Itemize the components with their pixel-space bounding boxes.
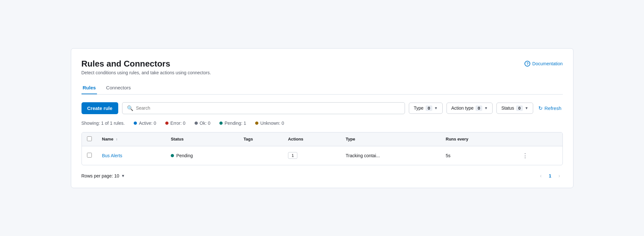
refresh-button[interactable]: ↻ Refresh — [537, 103, 563, 114]
page-header: Rules and Connectors ? Documentation — [82, 59, 563, 69]
action-type-filter-button[interactable]: Action type 0 ▼ — [447, 103, 493, 114]
summary-row: Showing: 1 of 1 rules. Active: 0 Error: … — [82, 121, 563, 126]
name-sort-icon[interactable]: ↑ — [116, 137, 118, 141]
col-status: Status — [166, 132, 238, 146]
row-tags — [238, 146, 283, 165]
select-all-checkbox[interactable] — [87, 136, 92, 141]
row-runs-every: 5s — [441, 146, 515, 165]
table-body: Bus Alerts Pending 1 Tracking contai... … — [82, 146, 562, 165]
col-name: Name ↑ — [97, 132, 166, 146]
create-rule-button[interactable]: Create rule — [82, 102, 118, 114]
select-all-checkbox-cell — [82, 132, 97, 146]
rules-table-container: Name ↑ Status Tags Actions Type Runs eve… — [82, 132, 563, 165]
rules-table: Name ↑ Status Tags Actions Type Runs eve… — [82, 132, 562, 165]
ok-count: Ok: 0 — [195, 121, 210, 126]
row-checkbox-cell — [82, 146, 97, 165]
row-name: Bus Alerts — [97, 146, 166, 165]
row-actions: 1 — [283, 146, 341, 165]
search-input[interactable] — [136, 105, 400, 111]
status-label: Pending — [176, 153, 193, 158]
pending-dot — [219, 122, 223, 125]
col-type: Type — [341, 132, 440, 146]
refresh-icon: ↻ — [538, 105, 543, 111]
tab-bar: Rules Connectors — [82, 82, 563, 95]
status-filter-label: Status — [501, 105, 514, 111]
active-count: Active: 0 — [134, 121, 156, 126]
status-filter-badge: 0 — [516, 105, 523, 111]
table-header-row: Name ↑ Status Tags Actions Type Runs eve… — [82, 132, 562, 146]
showing-text: Showing: 1 of 1 rules. — [82, 121, 125, 126]
status-chevron-icon: ▼ — [525, 106, 528, 110]
row-type: Tracking contai... — [341, 146, 440, 165]
type-filter-label: Type — [414, 105, 423, 111]
error-dot — [165, 122, 168, 125]
rows-per-page-selector[interactable]: Rows per page: 10 ▼ — [82, 173, 125, 178]
col-tags: Tags — [238, 132, 283, 146]
unknown-dot — [255, 122, 258, 125]
documentation-icon: ? — [524, 61, 530, 67]
active-dot — [134, 122, 137, 125]
row-menu-cell: ⋮ — [514, 146, 562, 165]
row-checkbox[interactable] — [87, 153, 92, 158]
action-type-filter-label: Action type — [451, 105, 474, 111]
pagination-controls: ‹ 1 › — [537, 172, 562, 180]
type-filter-button[interactable]: Type 0 ▼ — [409, 103, 442, 114]
type-chevron-icon: ▼ — [434, 106, 438, 110]
search-icon: 🔍 — [127, 105, 133, 111]
col-actions: Actions — [283, 132, 341, 146]
table-row: Bus Alerts Pending 1 Tracking contai... … — [82, 146, 562, 165]
main-card: Rules and Connectors ? Documentation Det… — [71, 48, 573, 188]
col-runs-every: Runs every — [441, 132, 515, 146]
pagination-row: Rows per page: 10 ▼ ‹ 1 › — [82, 170, 563, 180]
error-count: Error: 0 — [165, 121, 186, 126]
type-filter-badge: 0 — [426, 105, 432, 111]
row-actions-button[interactable]: ⋮ — [520, 151, 531, 160]
rows-per-page-chevron-icon: ▼ — [121, 174, 125, 178]
action-type-filter-badge: 0 — [476, 105, 482, 111]
page-subtitle: Detect conditions using rules, and take … — [82, 70, 563, 75]
ok-dot — [195, 122, 198, 125]
row-status: Pending — [166, 146, 238, 165]
col-row-actions — [514, 132, 562, 146]
status-filter-button[interactable]: Status 0 ▼ — [496, 103, 533, 114]
tab-rules[interactable]: Rules — [82, 82, 97, 94]
rule-name-link[interactable]: Bus Alerts — [102, 153, 122, 158]
page-title: Rules and Connectors — [82, 59, 170, 69]
actions-badge: 1 — [288, 152, 297, 159]
unknown-count: Unknown: 0 — [255, 121, 284, 126]
toolbar: Create rule 🔍 Type 0 ▼ Action type 0 ▼ S… — [82, 102, 563, 114]
status-dot — [171, 154, 174, 157]
tab-connectors[interactable]: Connectors — [105, 82, 132, 94]
next-page-button[interactable]: › — [556, 172, 562, 180]
prev-page-button[interactable]: ‹ — [537, 172, 544, 180]
documentation-link[interactable]: ? Documentation — [524, 59, 562, 67]
pending-count: Pending: 1 — [219, 121, 246, 126]
search-box: 🔍 — [122, 102, 405, 114]
action-type-chevron-icon: ▼ — [484, 106, 488, 110]
current-page-number: 1 — [545, 172, 554, 180]
